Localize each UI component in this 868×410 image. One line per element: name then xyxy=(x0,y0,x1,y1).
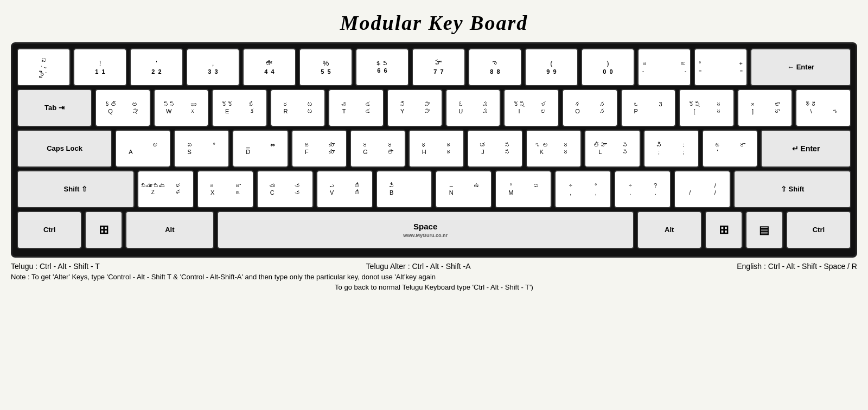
key-j[interactable]: భన Jన xyxy=(467,130,523,168)
key-c[interactable]: చుచ Cచ xyxy=(257,170,314,208)
key-period[interactable]: ÷? .. xyxy=(614,170,671,208)
key-d[interactable]: ⎯⇔ D xyxy=(232,130,288,168)
key-r[interactable]: రట Rట xyxy=(270,89,326,127)
key-1[interactable]: ! 1 1 xyxy=(73,48,127,86)
key-6[interactable]: ఖ్స్ 6 6 xyxy=(355,48,409,86)
key-l[interactable]: తి హాస Lస xyxy=(584,130,640,168)
tab-key[interactable]: Tab ⇥ xyxy=(17,89,92,127)
backspace-key[interactable]: ← Enter xyxy=(750,48,851,86)
key-b[interactable]: వి B xyxy=(376,170,433,208)
key-comma[interactable]: ÷° ,, xyxy=(554,170,611,208)
key-0[interactable]: ) 0 0 xyxy=(581,48,635,86)
bottom-notes: Telugu : Ctrl - Alt - Shift - T Telugu A… xyxy=(11,262,857,291)
key-bracket-close[interactable]: ×జా ]రా xyxy=(737,89,793,127)
key-z[interactable]: బ్యూ బ్యుళ Zళ xyxy=(137,170,194,208)
space-key[interactable]: Space www.MyGuru.co.nr xyxy=(217,211,634,249)
key-3[interactable]: , 3 3 xyxy=(186,48,240,86)
key-e[interactable]: క్క్ఖి Eక xyxy=(212,89,267,127)
key-quote[interactable]: జరా ' xyxy=(702,130,758,168)
key-k[interactable]: ఌ అర Kర xyxy=(526,130,582,168)
notes-row3: To go back to normal Telugu Keyboard typ… xyxy=(11,283,857,291)
key-7[interactable]: హా 7 7 xyxy=(412,48,465,86)
key-q[interactable]: థ్తిఅ Qషా xyxy=(95,89,151,127)
keyboard-row-1: ఏ ` ~ ై ` ! 1 1 ' 2 2 , 3 3 ఊ 4 4 % 5 5 … xyxy=(17,48,851,86)
key-v[interactable]: ఎతి Vతి xyxy=(316,170,373,208)
keyboard-row-3: Caps Lock ఆ A ఐ° S ⎯⇔ D జయా Fయా xyxy=(17,130,851,168)
win-left-key[interactable]: ⊞ xyxy=(85,211,123,249)
win-right-key[interactable]: ⊞ xyxy=(705,211,743,249)
alt-left-key[interactable]: Alt xyxy=(125,211,214,249)
shift-right-key[interactable]: ⇧ Shift xyxy=(733,170,851,208)
shift-left-key[interactable]: Shift ⇧ xyxy=(17,170,135,208)
key-u[interactable]: ఓమ Uమ xyxy=(445,89,501,127)
key-8[interactable]: ఌ 8 8 xyxy=(468,48,522,86)
key-backslash[interactable]: శ్రీ \ఌ xyxy=(795,89,851,127)
key-o[interactable]: శవ Oవ xyxy=(562,89,618,127)
key-n[interactable]: –ఉ N xyxy=(435,170,492,208)
key-w[interactable]: స్స్ఘు Wగ xyxy=(154,89,209,127)
keyboard-row-4: Shift ⇧ బ్యూ బ్యుళ Zళ రరా Xజ చుచ Cచ ఎతి … xyxy=(17,170,851,208)
telugu-shortcut: Telugu : Ctrl - Alt - Shift - T xyxy=(11,262,100,271)
key-p[interactable]: ఒ3 P xyxy=(621,89,676,127)
key-bracket-open[interactable]: క్ష్ద [ద xyxy=(679,89,735,127)
notes-row1: Telugu : Ctrl - Alt - Shift - T Telugu A… xyxy=(11,262,857,271)
key-equals[interactable]: °= += xyxy=(694,48,748,86)
page-title: Modular Key Board xyxy=(11,11,857,35)
menu-key[interactable]: ▤ xyxy=(745,211,783,249)
caps-lock-key[interactable]: Caps Lock xyxy=(17,130,112,168)
key-5[interactable]: % 5 5 xyxy=(299,48,353,86)
key-slash[interactable]: / // xyxy=(674,170,731,208)
key-9[interactable]: ( 9 9 xyxy=(525,48,578,86)
key-minus[interactable]: ర- జ- xyxy=(637,48,691,86)
ctrl-left-key[interactable]: Ctrl xyxy=(17,211,82,249)
alt-right-key[interactable]: Alt xyxy=(637,211,702,249)
key-semicolon[interactable]: వి: ;; xyxy=(643,130,699,168)
keyboard-row-2: Tab ⇥ థ్తిఅ Qషా స్స్ఘు Wగ క్క్ఖి Eక రట R… xyxy=(17,89,851,127)
notes-row2: Note : To get 'Alter' Keys, type 'Contro… xyxy=(11,273,857,281)
website-label: www.MyGuru.co.nr xyxy=(403,233,448,239)
key-2[interactable]: ' 2 2 xyxy=(130,48,183,86)
key-g[interactable]: రధ Gతా xyxy=(350,130,406,168)
ctrl-right-key[interactable]: Ctrl xyxy=(786,211,851,249)
key-i[interactable]: క్ష్ళ Iల xyxy=(503,89,559,127)
key-f[interactable]: జయా Fయా xyxy=(291,130,347,168)
key-4[interactable]: ఊ 4 4 xyxy=(242,48,296,86)
key-t[interactable]: చడ Tడ xyxy=(328,89,384,127)
key-y[interactable]: పెపా Yపా xyxy=(387,89,443,127)
key-s[interactable]: ఐ° S xyxy=(174,130,229,168)
keyboard-row-5: Ctrl ⊞ Alt Space www.MyGuru.co.nr Alt ⊞ … xyxy=(17,211,851,249)
key-x[interactable]: రరా Xజ xyxy=(197,170,254,208)
key-h[interactable]: ధద Hద xyxy=(409,130,464,168)
keyboard: ఏ ` ~ ై ` ! 1 1 ' 2 2 , 3 3 ఊ 4 4 % 5 5 … xyxy=(11,42,857,258)
key-backtick[interactable]: ఏ ` ~ ై ` xyxy=(17,48,71,86)
english-shortcut: English : Ctrl - Alt - Shift - Space / R xyxy=(737,262,857,271)
key-a[interactable]: ఆ A xyxy=(115,130,171,168)
key-m[interactable]: °ఐ M xyxy=(495,170,552,208)
enter-key[interactable]: ↵ Enter xyxy=(761,130,851,168)
telugu-alter-shortcut: Telugu Alter : Ctrl - Alt - Shift -A xyxy=(366,262,471,271)
